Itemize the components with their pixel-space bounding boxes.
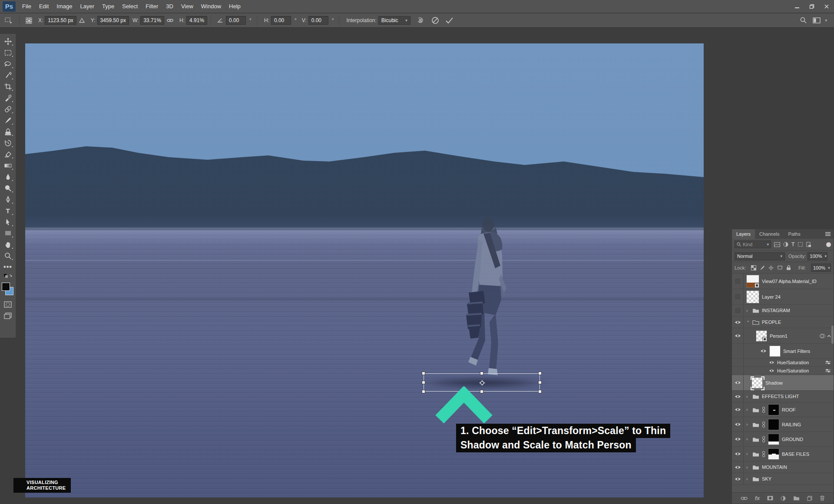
quick-mask-button[interactable] [1, 299, 14, 310]
collapse-effects-icon[interactable] [827, 335, 831, 337]
lock-all-icon[interactable] [786, 265, 791, 270]
eye-icon[interactable] [769, 369, 774, 372]
expand-arrow-icon[interactable]: › [746, 465, 750, 470]
layer-thumbnail[interactable] [751, 377, 763, 389]
transform-handle-bottom-left[interactable] [422, 390, 425, 393]
adjustment-layer-icon[interactable] [781, 496, 786, 501]
menu-layer[interactable]: Layer [76, 0, 99, 13]
visibility-toggle[interactable] [732, 316, 744, 328]
layer-name[interactable]: View07 Alpha.Material_ID [762, 279, 817, 284]
filter-mask-thumbnail[interactable] [769, 346, 781, 357]
spot-healing-tool[interactable] [1, 103, 14, 115]
tab-channels[interactable]: Channels [755, 229, 784, 239]
menu-filter[interactable]: Filter [142, 0, 162, 13]
filter-pixel-layers-icon[interactable] [774, 242, 780, 247]
menu-edit[interactable]: Edit [35, 0, 53, 13]
layer-mask-thumbnail[interactable] [768, 404, 779, 415]
transform-handle-top-left[interactable] [422, 372, 425, 375]
cancel-transform-icon[interactable] [431, 16, 439, 24]
close-button[interactable] [819, 0, 834, 13]
layer-style-icon[interactable]: fx [755, 495, 760, 501]
group-name[interactable]: BASE FILES [782, 451, 809, 457]
eraser-tool[interactable] [1, 148, 14, 160]
masked-group-row[interactable]: › GROUND [732, 432, 834, 447]
width-input[interactable]: 33.71% [140, 16, 164, 25]
reference-point-locator[interactable] [26, 17, 32, 24]
filter-kind-dropdown[interactable]: Kind ▾ [735, 240, 771, 248]
h-skew-input[interactable]: 0.00 [271, 16, 291, 25]
mask-link-icon[interactable] [762, 407, 765, 413]
visibility-toggle[interactable] [732, 289, 744, 304]
lock-position-icon[interactable] [768, 265, 774, 270]
tab-layers[interactable]: Layers [732, 229, 755, 239]
transform-handle-middle-left[interactable] [422, 381, 425, 384]
marquee-tool[interactable] [1, 47, 14, 58]
group-row[interactable]: › MOUNTAIN [732, 461, 834, 473]
document-canvas[interactable]: 1. Choose “Edit>Transform>Scale” to Thin… [25, 43, 704, 497]
workspace-switcher[interactable]: ▾ [813, 17, 827, 23]
opacity-input[interactable]: 100% ▾ [808, 252, 827, 260]
edit-toolbar-button[interactable]: ••• [1, 261, 14, 273]
mask-link-icon[interactable] [762, 422, 765, 428]
zoom-tool[interactable] [1, 250, 14, 261]
visibility-toggle[interactable] [732, 473, 744, 484]
smart-filter-row[interactable]: Hue/Saturation [732, 367, 834, 375]
group-row[interactable]: › EFFECTS LIGHT [732, 391, 834, 402]
lasso-tool[interactable] [1, 58, 14, 69]
layer-name[interactable]: Layer 24 [762, 294, 781, 300]
restore-button[interactable] [804, 0, 819, 13]
smart-filter-icon[interactable] [819, 333, 825, 339]
tab-paths[interactable]: Paths [784, 229, 805, 239]
visibility-toggle[interactable] [732, 391, 744, 402]
selected-layer-row[interactable]: Shadow [732, 375, 834, 391]
menu-file[interactable]: File [18, 0, 35, 13]
smart-filters-label[interactable]: Smart Filters [783, 349, 810, 354]
layer-filtering-toggle[interactable] [826, 242, 831, 247]
visibility-toggle[interactable] [732, 447, 744, 461]
filter-shape-layers-icon[interactable] [798, 242, 803, 247]
visibility-toggle[interactable] [732, 417, 744, 432]
layer-row[interactable]: View07 Alpha.Material_ID [732, 273, 834, 289]
layer-thumbnail[interactable] [746, 275, 759, 288]
layer-row[interactable]: Person1 [732, 328, 834, 344]
menu-help[interactable]: Help [225, 0, 245, 13]
masked-group-row[interactable]: › BASE FILES [732, 447, 834, 461]
expand-arrow-icon[interactable]: › [746, 407, 750, 412]
warp-mode-toggle-icon[interactable] [417, 17, 424, 24]
blur-tool[interactable] [1, 171, 14, 182]
move-tool[interactable] [1, 36, 14, 47]
quick-selection-tool[interactable] [1, 69, 14, 81]
expand-arrow-icon[interactable]: › [746, 477, 750, 481]
commit-transform-icon[interactable] [445, 17, 454, 24]
blend-mode-dropdown[interactable]: Normal ▾ [735, 252, 785, 260]
group-name[interactable]: INSTAGRAM [762, 308, 790, 313]
panel-scrollbar[interactable] [831, 326, 834, 344]
mask-link-icon[interactable] [762, 451, 765, 457]
filter-blending-options-icon[interactable] [825, 360, 831, 365]
filter-blending-options-icon[interactable] [825, 369, 831, 373]
group-name[interactable]: PEOPLE [762, 320, 781, 325]
group-name[interactable]: RAILING [782, 422, 801, 427]
new-group-icon[interactable] [793, 496, 800, 501]
path-selection-tool[interactable] [1, 216, 14, 227]
transform-handle-top-center[interactable] [480, 372, 483, 375]
masked-group-row[interactable]: › RAILING [732, 417, 834, 432]
visibility-toggle[interactable] [732, 328, 744, 343]
group-row[interactable]: › INSTAGRAM [732, 305, 834, 316]
smart-filter-row[interactable]: Hue/Saturation [732, 359, 834, 367]
lock-artboard-icon[interactable] [777, 265, 783, 270]
visibility-toggle[interactable] [732, 375, 744, 390]
menu-window[interactable]: Window [197, 0, 225, 13]
pen-tool[interactable] [1, 194, 14, 205]
expand-arrow-icon[interactable]: › [746, 451, 750, 456]
rotate-input[interactable]: 0.00 [226, 16, 246, 25]
new-layer-icon[interactable] [807, 496, 812, 501]
filter-name[interactable]: Hue/Saturation [777, 368, 809, 373]
x-position-input[interactable]: 1123.50 px [45, 16, 76, 25]
clone-stamp-tool[interactable] [1, 126, 14, 137]
link-layers-icon[interactable] [741, 496, 748, 501]
foreground-background-colors[interactable] [1, 282, 14, 296]
filter-smart-objects-icon[interactable] [806, 242, 811, 247]
dodge-tool[interactable] [1, 182, 14, 194]
add-layer-mask-icon[interactable] [767, 496, 773, 501]
